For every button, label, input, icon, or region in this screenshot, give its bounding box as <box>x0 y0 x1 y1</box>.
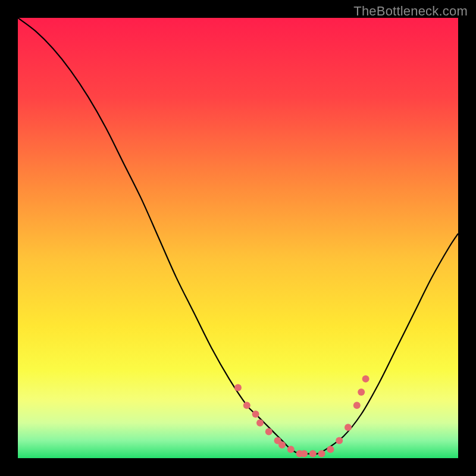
chart-svg <box>18 18 458 458</box>
highlight-dot <box>358 389 365 396</box>
highlight-dot <box>309 450 317 458</box>
chart-frame: TheBottleneck.com <box>0 0 476 476</box>
highlight-dot <box>234 384 242 392</box>
highlight-dot <box>256 419 264 427</box>
highlight-dot <box>300 450 308 458</box>
highlight-dot <box>265 428 273 436</box>
highlight-dot <box>336 437 343 444</box>
highlight-dot <box>353 402 361 409</box>
watermark-text: TheBottleneck.com <box>353 4 468 19</box>
highlight-dot <box>287 446 295 453</box>
plot-area <box>18 18 458 458</box>
highlight-dot <box>362 375 369 383</box>
highlight-dot <box>243 402 250 409</box>
highlight-dot <box>278 441 286 449</box>
highlight-dot <box>252 411 259 418</box>
highlight-dot <box>327 446 334 453</box>
highlight-dot <box>345 424 352 431</box>
highlight-dot <box>318 450 325 458</box>
